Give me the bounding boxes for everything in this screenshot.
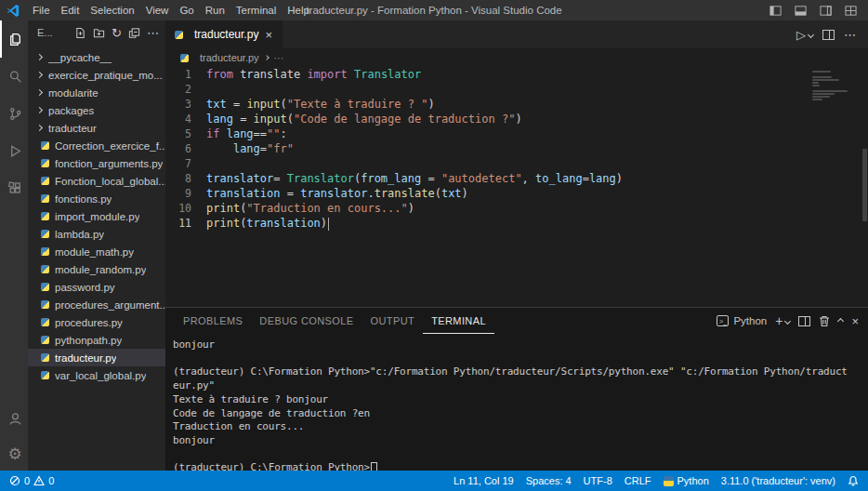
cursor-position[interactable]: Ln 11, Col 19 [454, 475, 514, 486]
tree-item-import_module-py[interactable]: import_module.py [28, 207, 165, 225]
tree-item-__pycache__[interactable]: __pycache__ [28, 48, 165, 66]
tree-item-procedures-py[interactable]: procedures.py [28, 313, 165, 331]
tree-item-label: modularite [48, 87, 99, 99]
breadcrumb[interactable]: traducteur.py ⋯ [165, 48, 868, 67]
terminal-line: Code de langage de traduction ?en [173, 407, 868, 421]
panel-header: PROBLEMSDEBUG CONSOLEOUTPUTTERMINAL >_ P… [165, 308, 868, 334]
code-area: 1from translate import Translator23txt =… [165, 67, 868, 231]
tree-item-fonctions-py[interactable]: fonctions.py [28, 190, 165, 207]
python-logo-icon [664, 476, 674, 486]
menu-edit[interactable]: Edit [56, 5, 85, 16]
code-line: 11print(translation) [165, 216, 868, 231]
tree-item-fonction_arguments-py[interactable]: fonction_arguments.py [28, 154, 165, 172]
tree-item-Fonction_local_global-[interactable]: Fonction_local_global... [28, 172, 165, 190]
menu-view[interactable]: View [140, 5, 175, 16]
error-count: 0 [24, 475, 30, 486]
chevron-down-icon [808, 31, 814, 37]
panel-tab-problems[interactable]: PROBLEMS [175, 308, 251, 334]
panel-tab-terminal[interactable]: TERMINAL [423, 308, 494, 334]
tab-close-icon[interactable]: × [264, 29, 273, 41]
tree-item-module_math-py[interactable]: module_math.py [28, 243, 165, 260]
code-line: 7 [165, 156, 868, 171]
account-button[interactable] [0, 400, 28, 437]
language-mode[interactable]: Python [664, 475, 709, 486]
tree-item-module_random-py[interactable]: module_random.py [28, 260, 165, 278]
close-panel-icon[interactable]: × [851, 315, 859, 327]
python-file-icon [41, 318, 49, 326]
python-file-icon [175, 31, 183, 39]
chevron-down-icon [784, 317, 791, 324]
menu-go[interactable]: Go [174, 5, 199, 16]
editor-actions: ▷ ⋯ [796, 20, 868, 48]
encoding[interactable]: UTF-8 [584, 475, 612, 486]
new-folder-icon[interactable] [93, 27, 105, 39]
activity-explorer[interactable] [0, 20, 28, 58]
maximize-panel-icon[interactable] [837, 317, 844, 324]
activity-search[interactable] [0, 58, 28, 95]
tree-item-Correction_exercice_f-[interactable]: Correction_exercice_f... [28, 137, 165, 154]
run-python-file-button[interactable]: ▷ [796, 29, 813, 41]
tree-item-pythonpath-py[interactable]: pythonpath.py [28, 331, 165, 349]
tree-item-packages[interactable]: packages [28, 101, 165, 119]
tree-item-password-py[interactable]: password.py [28, 278, 165, 296]
more-actions-icon[interactable]: ⋯ [147, 27, 160, 39]
python-file-icon [41, 212, 49, 220]
python-file-icon [41, 159, 49, 167]
terminal-line: Texte à traduire ? bonjour [173, 393, 868, 407]
menu-file[interactable]: File [27, 5, 56, 16]
breadcrumb-symbol[interactable]: ⋯ [274, 52, 284, 64]
refresh-icon[interactable]: ↻ [112, 27, 122, 39]
line-content: translation = translator.translate(txt) [206, 186, 468, 201]
python-interpreter[interactable]: 3.11.0 ('traducteur': venv) [721, 475, 835, 486]
warning-icon [33, 475, 45, 486]
activity-source-control[interactable] [0, 95, 28, 132]
split-terminal-icon[interactable] [798, 316, 810, 326]
terminal-output[interactable]: bonjour(traducteur) C:\Formation Python>… [165, 334, 868, 471]
menu-selection[interactable]: Selection [85, 5, 139, 16]
menu-run[interactable]: Run [200, 5, 230, 16]
panel-tabs: PROBLEMSDEBUG CONSOLEOUTPUTTERMINAL [175, 308, 494, 334]
panel-tab-output[interactable]: OUTPUT [362, 308, 424, 334]
run-debug-icon [7, 143, 23, 159]
tab-bar: traducteur.py × ▷ ⋯ [165, 20, 868, 48]
tab-traducteur-py[interactable]: traducteur.py × [165, 20, 283, 48]
customize-layout-icon[interactable] [845, 5, 857, 17]
toggle-sidebar-icon[interactable] [769, 5, 782, 17]
breadcrumb-file[interactable]: traducteur.py [200, 52, 259, 63]
split-editor-icon[interactable] [822, 30, 835, 40]
terminal-line [173, 352, 868, 366]
terminal-line: eur.py" [173, 379, 868, 393]
tree-item-modularite[interactable]: modularite [28, 84, 165, 101]
tree-item-label: var_local_global.py [55, 370, 146, 381]
tree-item-lambda-py[interactable]: lambda.py [28, 225, 165, 243]
line-number: 2 [165, 82, 206, 97]
tab-label: traducteur.py [194, 28, 258, 41]
activity-extensions[interactable] [0, 169, 28, 206]
terminal-shell-selector[interactable]: >_ Python [717, 315, 767, 326]
tree-item-exercice_pratique_mo-[interactable]: exercice_pratique_mo... [28, 66, 165, 84]
new-terminal-button[interactable]: + [775, 314, 790, 327]
code-editor[interactable]: 1from translate import Translator23txt =… [165, 67, 868, 307]
minimap[interactable] [812, 71, 855, 101]
eol-sequence[interactable]: CRLF [625, 475, 651, 486]
tree-item-var_local_global-py[interactable]: var_local_global.py [28, 366, 165, 384]
tree-item-traducteur-py[interactable]: traducteur.py [28, 349, 165, 366]
activity-run-debug[interactable] [0, 132, 28, 169]
editor-scrollbar[interactable] [862, 149, 867, 221]
toggle-secondary-sidebar-icon[interactable] [820, 5, 832, 17]
python-file-icon [41, 353, 49, 362]
tree-item-traducteur[interactable]: traducteur [28, 119, 165, 137]
settings-button[interactable]: ⚙ [0, 437, 28, 471]
new-file-icon[interactable] [74, 27, 86, 39]
panel-tab-debug-console[interactable]: DEBUG CONSOLE [251, 308, 362, 334]
tree-item-procedures_argument-[interactable]: procedures_argument... [28, 296, 165, 313]
code-line: 3txt = input("Texte à traduire ? ") [165, 97, 868, 112]
kill-terminal-icon[interactable] [819, 315, 830, 327]
toggle-panel-icon[interactable] [795, 5, 807, 17]
collapse-all-icon[interactable] [128, 27, 140, 39]
notifications-bell-icon[interactable] [848, 475, 859, 486]
problems-indicator[interactable]: 0 0 [9, 475, 54, 486]
menu-terminal[interactable]: Terminal [230, 5, 282, 16]
indentation[interactable]: Spaces: 4 [526, 475, 572, 486]
editor-more-actions-icon[interactable]: ⋯ [844, 29, 857, 41]
